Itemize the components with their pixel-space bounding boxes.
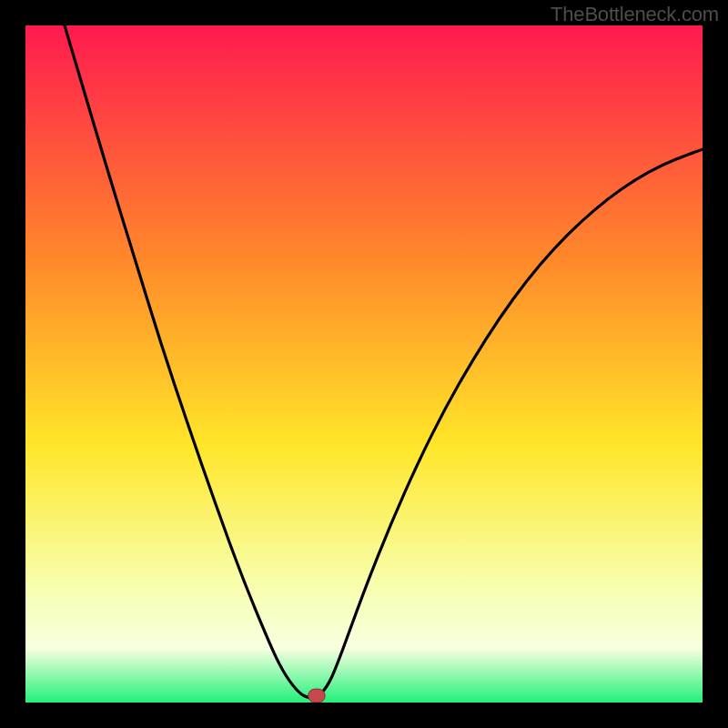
chart-frame: TheBottleneck.com (0, 0, 728, 728)
optimal-marker (308, 689, 326, 703)
gradient-background (25, 25, 703, 703)
chart-svg (25, 25, 703, 703)
watermark-text: TheBottleneck.com (551, 3, 719, 26)
plot-area (25, 25, 703, 703)
